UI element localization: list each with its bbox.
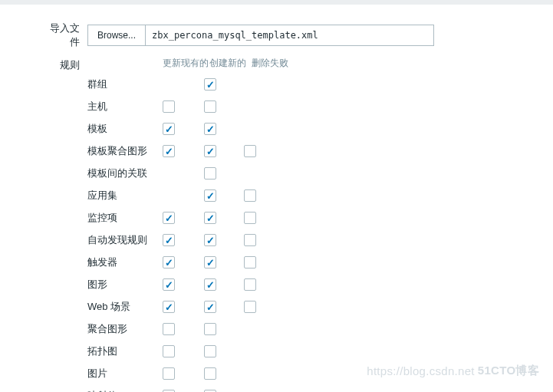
checkbox-cell [244, 123, 282, 135]
checkbox-cell [204, 100, 244, 113]
checkbox-delete[interactable] [244, 278, 256, 291]
rule-row: 应用集 [87, 189, 293, 203]
rule-row: 群组 [87, 77, 293, 91]
empty-cell [244, 123, 256, 135]
file-name: zbx_percona_mysql_template.xml [146, 25, 433, 45]
browse-button[interactable]: Browse... [88, 25, 146, 45]
checkbox-create[interactable] [204, 100, 216, 113]
checkbox-update[interactable] [163, 234, 175, 246]
rule-label: 自动发现规则 [87, 233, 163, 247]
checkbox-delete[interactable] [244, 256, 256, 268]
checkbox-create[interactable] [204, 167, 216, 180]
empty-cell [244, 345, 256, 357]
checkbox-cell [204, 367, 244, 380]
rule-row: 模板聚合图形 [87, 144, 293, 158]
rules-label: 规则 [43, 57, 87, 392]
checkbox-cell [244, 345, 282, 357]
empty-cell [163, 189, 175, 202]
checkbox-create[interactable] [204, 323, 216, 335]
checkbox-cell [244, 234, 282, 246]
checkbox-update[interactable] [163, 256, 175, 268]
rule-label: 拓扑图 [87, 344, 163, 358]
checkbox-cell [244, 212, 282, 224]
checkbox-create[interactable] [204, 212, 216, 224]
checkbox-create[interactable] [204, 367, 216, 380]
checkbox-cell [204, 323, 244, 335]
checkbox-update[interactable] [163, 123, 175, 135]
checkbox-cell [163, 256, 204, 268]
checkbox-create[interactable] [204, 189, 216, 202]
checkbox-cell [244, 78, 282, 91]
checkbox-create[interactable] [204, 145, 216, 157]
checkbox-cell [244, 167, 282, 180]
checkbox-cell [163, 145, 204, 157]
checkbox-cell [204, 234, 244, 246]
checkbox-cell [244, 367, 282, 380]
checkbox-update[interactable] [163, 278, 175, 291]
checkbox-cell [163, 189, 204, 202]
rule-label: 应用集 [87, 189, 163, 203]
empty-cell [244, 167, 256, 180]
checkbox-delete[interactable] [244, 145, 256, 157]
checkbox-create[interactable] [204, 234, 216, 246]
watermark-url: https://blog.csdn.net [367, 364, 475, 377]
checkbox-update[interactable] [163, 301, 175, 313]
checkbox-create[interactable] [204, 256, 216, 268]
checkbox-create[interactable] [204, 301, 216, 313]
rule-row: 映射值 [87, 389, 293, 392]
rules-section: 规则 更新现有的 创建新的 删除失败 群组主机模板模板聚合图形模板间的关联应用集… [43, 57, 553, 392]
checkbox-cell [204, 167, 244, 180]
checkbox-cell [163, 123, 204, 135]
header-create: 创建新的 [209, 57, 247, 70]
checkbox-cell [244, 256, 282, 268]
rule-label: 监控项 [87, 211, 163, 225]
rule-label: 模板聚合图形 [87, 144, 163, 158]
checkbox-update[interactable] [163, 100, 175, 113]
checkbox-delete[interactable] [244, 234, 256, 246]
checkbox-cell [204, 345, 244, 357]
rule-row: 模板间的关联 [87, 166, 293, 180]
checkbox-create[interactable] [204, 345, 216, 357]
checkbox-create[interactable] [204, 78, 216, 91]
rule-label: 图形 [87, 278, 163, 292]
checkbox-cell [204, 145, 244, 157]
file-row: 导入文件 Browse... zbx_percona_mysql_templat… [43, 21, 553, 49]
rules-header: 更新现有的 创建新的 删除失败 [87, 57, 293, 70]
rule-label: Web 场景 [87, 300, 163, 314]
checkbox-create[interactable] [204, 278, 216, 291]
rule-label: 模板 [87, 122, 163, 136]
checkbox-cell [204, 212, 244, 224]
checkbox-update[interactable] [163, 212, 175, 224]
checkbox-delete[interactable] [244, 212, 256, 224]
checkbox-update[interactable] [163, 323, 175, 335]
checkbox-cell [163, 345, 204, 357]
empty-cell [244, 323, 256, 335]
checkbox-delete[interactable] [244, 301, 256, 313]
checkbox-cell [163, 278, 204, 291]
file-input[interactable]: Browse... zbx_percona_mysql_template.xml [87, 25, 434, 46]
checkbox-cell [204, 301, 244, 313]
rule-label: 模板间的关联 [87, 166, 163, 180]
checkbox-update[interactable] [163, 145, 175, 157]
rule-label: 触发器 [87, 255, 163, 269]
checkbox-cell [163, 78, 204, 91]
checkbox-delete[interactable] [244, 189, 256, 202]
checkbox-cell [244, 145, 282, 157]
empty-cell [244, 367, 256, 380]
checkbox-cell [204, 189, 244, 202]
empty-cell [163, 78, 175, 91]
rule-label: 映射值 [87, 389, 163, 392]
checkbox-cell [204, 256, 244, 268]
checkbox-cell [163, 212, 204, 224]
checkbox-update[interactable] [163, 345, 175, 357]
rule-label: 主机 [87, 100, 163, 114]
rule-row: 聚合图形 [87, 322, 293, 336]
checkbox-cell [244, 323, 282, 335]
checkbox-cell [163, 100, 204, 113]
checkbox-cell [204, 278, 244, 291]
checkbox-cell [204, 123, 244, 135]
empty-cell [244, 100, 256, 113]
checkbox-create[interactable] [204, 123, 216, 135]
checkbox-update[interactable] [163, 367, 175, 380]
import-form: 导入文件 Browse... zbx_percona_mysql_templat… [0, 5, 553, 392]
